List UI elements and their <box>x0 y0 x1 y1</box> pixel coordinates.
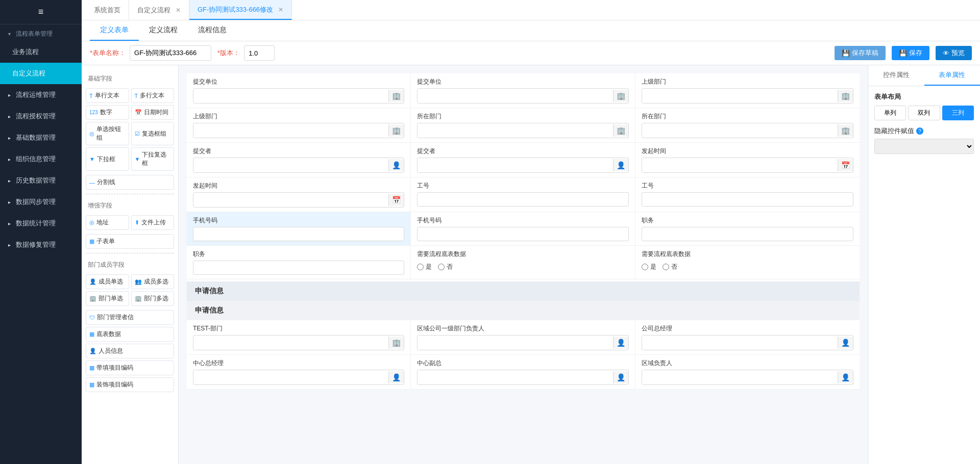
input-dept-2-field[interactable] <box>642 123 838 138</box>
input-submit-unit-2-field[interactable] <box>418 89 612 103</box>
save-button[interactable]: 💾 保存 <box>892 46 929 60</box>
person-icon-ceo[interactable]: 👤 <box>838 337 853 349</box>
sidebar-item-org-info[interactable]: 组织信息管理 <box>0 148 82 170</box>
input-ceo-field[interactable] <box>642 336 838 350</box>
field-member-single[interactable]: 👤 成员单选 <box>86 274 129 289</box>
field-person-info[interactable]: 👤 人员信息 <box>86 344 174 358</box>
version-input[interactable] <box>244 45 275 61</box>
sub-tab-flow-info[interactable]: 流程信息 <box>188 20 237 41</box>
input-submitter-2-field[interactable] <box>418 158 612 172</box>
field-member-multi[interactable]: 👥 成员多选 <box>131 274 175 289</box>
field-fill-project-code[interactable]: ▦ 带填项目编码 <box>86 360 174 375</box>
org-icon-1[interactable]: 🏢 <box>388 90 404 102</box>
field-file-upload[interactable]: ⬆ 文件上传 <box>131 215 175 230</box>
input-emp-id-2[interactable] <box>642 192 853 207</box>
field-dropdown-multi[interactable]: ▼ 下拉复选框 <box>131 147 175 171</box>
input-position-1[interactable] <box>642 227 853 241</box>
input-dept-2: 🏢 <box>642 123 853 138</box>
org-icon-3[interactable]: 🏢 <box>838 90 853 102</box>
sidebar-item-data-stats[interactable]: 数据统计管理 <box>0 213 82 234</box>
menu-icon[interactable]: ≡ <box>38 7 44 17</box>
org-icon-4[interactable]: 🏢 <box>388 124 404 137</box>
person-icon-regional[interactable]: 👤 <box>613 337 628 349</box>
person-icon-regional-mgr[interactable]: 👤 <box>838 371 853 383</box>
person-icon-1[interactable]: 👤 <box>388 159 404 171</box>
sidebar-item-history-data[interactable]: 历史数据管理 <box>0 170 82 191</box>
sidebar-item-business-flow[interactable]: 业务流程 <box>0 41 82 63</box>
input-regional-mgr-field[interactable] <box>642 370 838 384</box>
input-center-vp-field[interactable] <box>418 370 612 384</box>
field-date-time[interactable]: 📅 日期时间 <box>131 105 175 120</box>
save-draft-button[interactable]: 💾 保存草稿 <box>835 46 886 60</box>
field-single-text[interactable]: T 单行文本 <box>86 88 129 103</box>
input-phone-1[interactable] <box>193 227 404 241</box>
radio-no-2[interactable]: 否 <box>663 263 677 271</box>
calendar-icon-1[interactable]: 📅 <box>838 159 853 171</box>
help-icon[interactable]: ? <box>916 127 923 135</box>
input-regional-head-field[interactable] <box>418 336 612 350</box>
label-emp-id-2: 工号 <box>642 182 853 190</box>
sub-tab-define-form[interactable]: 定义表单 <box>90 20 139 41</box>
field-multi-text[interactable]: T 多行文本 <box>131 88 175 103</box>
layout-btn-single[interactable]: 单列 <box>874 106 906 120</box>
org-icon-test[interactable]: 🏢 <box>388 337 404 349</box>
sidebar-item-data-sync[interactable]: 数据同步管理 <box>0 191 82 213</box>
input-center-gm-field[interactable] <box>193 370 388 384</box>
right-tab-control-props[interactable]: 控件属性 <box>868 65 924 86</box>
input-upper-dept-1-field[interactable] <box>642 89 838 103</box>
radio-yes-1[interactable]: 是 <box>417 263 432 271</box>
input-test-dept-field[interactable] <box>193 336 388 350</box>
field-number[interactable]: 123 数字 <box>86 105 129 120</box>
tab-gf-form-close[interactable]: ✕ <box>278 6 283 13</box>
sidebar-item-process-ops[interactable]: 流程运维管理 <box>0 84 82 106</box>
input-submit-unit-1-field[interactable] <box>193 89 388 103</box>
tab-custom-flow[interactable]: 自定义流程 ✕ <box>129 0 189 20</box>
sidebar-item-custom-flow[interactable]: 自定义流程 <box>0 63 82 84</box>
hide-value-select[interactable] <box>874 139 974 154</box>
sub-tab-define-flow[interactable]: 定义流程 <box>139 20 188 41</box>
person-icon-2[interactable]: 👤 <box>613 159 628 171</box>
input-phone-2[interactable] <box>417 227 628 241</box>
input-position-2[interactable] <box>193 261 404 275</box>
field-checkbox[interactable]: ☑ 复选框组 <box>131 122 175 145</box>
field-table-data[interactable]: ▦ 底表数据 <box>86 327 174 342</box>
sidebar-item-data-repair[interactable]: 数据修复管理 <box>0 234 82 255</box>
tab-custom-flow-close[interactable]: ✕ <box>176 7 181 14</box>
form-name-input[interactable] <box>130 45 211 61</box>
preview-button[interactable]: 👁 预览 <box>936 46 972 60</box>
radio-no-1[interactable]: 否 <box>438 263 453 271</box>
field-dept-multi[interactable]: 🏢 部门多选 <box>131 291 175 306</box>
tab-gf-form[interactable]: GF-协同测试333-666修改 ✕ <box>189 0 292 20</box>
section-apply-info[interactable]: 申请信息 <box>187 281 860 301</box>
field-dept-admin[interactable]: 🛡 部门管理者信 <box>86 310 174 325</box>
person-icon-center-gm[interactable]: 👤 <box>388 371 404 383</box>
field-address[interactable]: ◎ 地址 <box>86 215 129 230</box>
field-radio[interactable]: ◎ 单选按钮组 <box>86 122 129 145</box>
sidebar-item-process-form-mgmt[interactable]: 流程表单管理 <box>0 24 82 41</box>
input-emp-id-1[interactable] <box>417 192 628 207</box>
field-sub-form[interactable]: ▦ 子表单 <box>86 234 174 249</box>
input-dept-1-field[interactable] <box>418 123 612 138</box>
sidebar-item-basic-data[interactable]: 基础数据管理 <box>0 127 82 148</box>
field-dropdown[interactable]: ▼ 下拉框 <box>86 147 129 171</box>
field-deco-project-code[interactable]: ▦ 装饰项目编码 <box>86 377 174 392</box>
org-icon-2[interactable]: 🏢 <box>613 90 628 102</box>
divider-icon: — <box>89 179 95 186</box>
input-start-time-2-field[interactable] <box>193 193 388 207</box>
radio-yes-2[interactable]: 是 <box>642 263 656 271</box>
field-divider[interactable]: — 分割线 <box>86 175 174 190</box>
layout-btn-triple[interactable]: 三列 <box>942 106 974 120</box>
input-start-time-1-field[interactable] <box>642 158 838 172</box>
input-upper-dept-2-field[interactable] <box>193 123 388 138</box>
calendar-icon-2[interactable]: 📅 <box>388 194 404 206</box>
person-icon-center-vp[interactable]: 👤 <box>613 371 628 383</box>
layout-btn-double[interactable]: 双列 <box>908 106 940 120</box>
sidebar-item-process-auth[interactable]: 流程授权管理 <box>0 106 82 127</box>
field-dept-single[interactable]: 🏢 部门单选 <box>86 291 129 306</box>
form-name-field: *表单名称： <box>90 45 211 61</box>
tab-home[interactable]: 系统首页 <box>86 0 129 20</box>
right-tab-form-props[interactable]: 表单属性 <box>924 65 981 86</box>
org-icon-5[interactable]: 🏢 <box>613 124 628 137</box>
input-submitter-1-field[interactable] <box>193 158 388 172</box>
org-icon-6[interactable]: 🏢 <box>838 124 853 137</box>
